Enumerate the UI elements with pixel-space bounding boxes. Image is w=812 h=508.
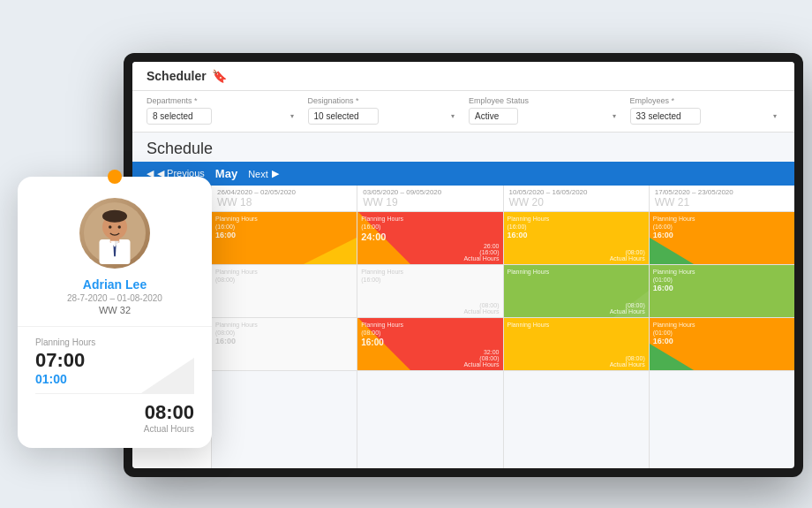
week-col-21: 17/05/2020 – 23/05/2020 WW 21 Planning H…	[650, 186, 794, 468]
grid-body: Adalyn Wong Adrian Lee	[132, 186, 794, 468]
cell-val: (16:00)	[508, 223, 550, 231]
designations-select[interactable]: 10 selected	[308, 108, 379, 125]
table-row: Planning Hours (08:00) Actual Hours	[504, 265, 649, 318]
week-19-header: 03/05/2020 – 09/05/2020 WW 19	[357, 186, 502, 212]
app-header: Scheduler 🔖	[132, 62, 794, 91]
table-row: Planning Hours (16:00) 16:00	[650, 212, 794, 265]
cell-actual-label: Actual Hours	[610, 361, 645, 368]
cell-label: Planning Hours	[361, 321, 403, 329]
bookmark-icon: 🔖	[212, 69, 227, 83]
week-col-18: 26/04/2020 – 02/05/2020 WW 18 Planning H…	[212, 186, 357, 468]
cell-hours: 16:00	[653, 337, 695, 347]
nav-bar: ◀ ◀ Previous May Next ▶	[132, 162, 794, 186]
cell-planning-value: (08:00)	[215, 276, 258, 284]
monitor-screen: Scheduler 🔖 Departments * 8 selected Des…	[132, 62, 794, 468]
svg-point-14	[109, 225, 112, 229]
filters-row: Departments * 8 selected Designations * …	[132, 91, 794, 133]
table-row: Planning Hours (08:00) 16:00 32:00 (08:0…	[357, 318, 502, 371]
cell-hours: 16:00	[215, 337, 258, 347]
employees-select[interactable]: 33 selected	[630, 108, 701, 125]
cell-hours: 16:00	[508, 231, 550, 241]
cell-val: (01:00)	[653, 276, 695, 284]
cell-label: Planning Hours	[653, 321, 695, 329]
week-21-number: WW 21	[655, 196, 789, 209]
actual-sub: (08:00)	[463, 355, 499, 361]
cell-label: Planning Hours	[508, 321, 550, 329]
cell-val: (01:00)	[653, 329, 695, 337]
status-select-wrapper: Active	[469, 107, 620, 125]
card-divider: 08:00 Actual Hours	[35, 393, 194, 434]
cell-hours-bold: 16:00	[215, 231, 258, 241]
cell-hours: 16:00	[653, 284, 695, 294]
cell-label: Planning Hours	[653, 268, 695, 276]
cell-hours: 16:00	[653, 231, 695, 241]
cell-actual-val: (08:00)	[463, 302, 499, 308]
cell-val: (16:00)	[361, 276, 403, 284]
status-select[interactable]: Active	[469, 108, 518, 125]
week-18-header: 26/04/2020 – 02/05/2020 WW 18	[212, 186, 357, 212]
week-21-header: 17/05/2020 – 23/05/2020 WW 21	[650, 186, 794, 212]
employee-detail-card: Adrian Lee 28-7-2020 – 01-08-2020 WW 32 …	[18, 177, 212, 448]
cell-actual-val: (08:00)	[610, 249, 645, 255]
week-20-range: 10/05/2020 – 16/05/2020	[509, 188, 643, 196]
cell-actual-label: Actual Hours	[610, 308, 645, 315]
schedule-section: Schedule	[132, 133, 794, 162]
week-19-number: WW 19	[363, 196, 497, 209]
table-row: Planning Hours (01:00) 16:00	[650, 318, 794, 371]
employees-label: Employees *	[630, 96, 781, 105]
cell-label: Planning Hours	[508, 215, 550, 223]
week-col-20: 10/05/2020 – 16/05/2020 WW 20 Planning H…	[504, 186, 650, 468]
monitor-frame: Scheduler 🔖 Departments * 8 selected Des…	[124, 53, 803, 477]
table-row: Planning Hours (16:00) 16:00	[212, 212, 357, 265]
filter-designations: Designations * 10 selected	[308, 96, 459, 125]
next-label: Next	[248, 169, 268, 179]
cell-planning-label: Planning Hours	[361, 215, 403, 223]
cell-val: (08:00)	[361, 329, 403, 337]
employees-select-wrapper: 33 selected	[630, 107, 781, 125]
cell-label: Planning Hours	[508, 268, 550, 276]
card-date-range: 28-7-2020 – 01-08-2020	[67, 293, 162, 303]
week-21-range: 17/05/2020 – 23/05/2020	[655, 188, 789, 196]
corner-triangle	[141, 358, 194, 393]
departments-label: Departments *	[147, 96, 297, 105]
designations-select-wrapper: 10 selected	[308, 107, 459, 125]
divider-line: 08:00 Actual Hours	[35, 393, 194, 434]
week-20-number: WW 20	[509, 196, 643, 209]
month-label: May	[215, 167, 237, 180]
cell-actual-val: 26:00	[463, 243, 499, 249]
card-week: WW 32	[99, 305, 131, 315]
cell-label: Planning Hours	[653, 215, 695, 223]
week-columns: 26/04/2020 – 02/05/2020 WW 18 Planning H…	[212, 186, 794, 468]
cell-actual-sub: (16:00)	[463, 249, 499, 255]
cell-actual-label: Actual Hours	[463, 308, 499, 315]
table-row: Planning Hours (01:00) 16:00	[650, 265, 794, 318]
table-row: Planning Hours (16:00) (08:00) Actual Ho…	[357, 265, 502, 318]
departments-select[interactable]: 8 selected	[147, 108, 212, 125]
cell-planning-value: (08:00)	[215, 329, 258, 337]
cell-hours: 16:00	[361, 337, 403, 348]
cell-val: (16:00)	[361, 223, 403, 231]
week-18-number: WW 18	[217, 196, 351, 209]
cell-planning-value: (16:00)	[215, 223, 258, 231]
table-row: Planning Hours (16:00) 24:00 26:00 (16:0…	[357, 212, 502, 265]
card-indicator-dot	[108, 170, 122, 184]
cell-val: (16:00)	[653, 223, 695, 231]
actual-label: Actual Hours	[463, 361, 499, 368]
schedule-grid-wrapper: Adalyn Wong Adrian Lee	[132, 186, 794, 468]
planning-hours-label: Planning Hours	[35, 337, 194, 347]
designations-label: Designations *	[308, 96, 459, 105]
week-18-range: 26/04/2020 – 02/05/2020	[217, 188, 351, 196]
cell-actual-label: Actual Hours	[610, 255, 645, 262]
actual-hours-value: 08:00	[145, 401, 194, 424]
status-label: Employee Status	[469, 96, 620, 105]
actual-val: 32:00	[463, 349, 499, 355]
table-row: Planning Hours (16:00) 16:00 (08:00) Act…	[504, 212, 649, 265]
table-row: Planning Hours (08:00)	[212, 265, 357, 318]
cell-planning-label: Planning Hours	[215, 215, 258, 223]
card-employee-name: Adrian Lee	[83, 277, 147, 292]
next-button[interactable]: Next ▶	[248, 168, 279, 179]
card-hours-section: Planning Hours 07:00 01:00 08:00 Actual …	[18, 327, 212, 448]
next-arrow-icon: ▶	[272, 168, 279, 179]
filter-status: Employee Status Active	[469, 96, 620, 125]
cell-actual-val: (08:00)	[610, 302, 645, 308]
